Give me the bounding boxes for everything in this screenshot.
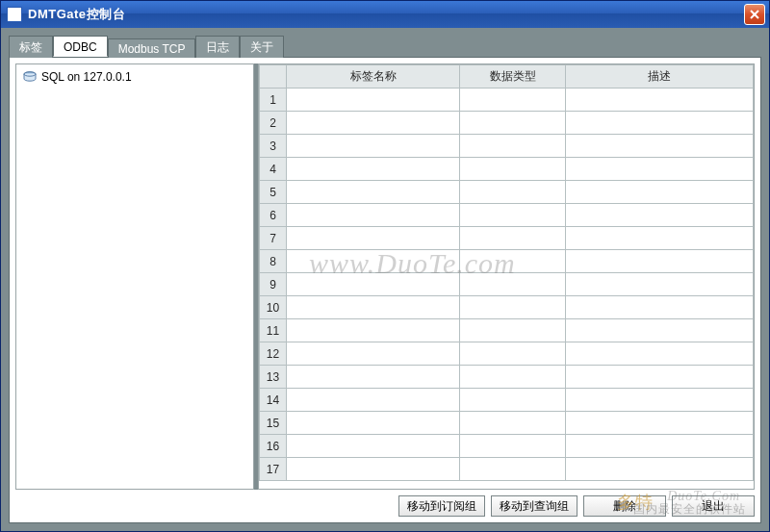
row-number[interactable]: 3 bbox=[260, 135, 287, 158]
cell[interactable] bbox=[566, 296, 754, 319]
cell[interactable] bbox=[287, 227, 460, 250]
row-number[interactable]: 14 bbox=[260, 389, 287, 412]
table-row[interactable]: 2 bbox=[260, 112, 754, 135]
cell[interactable] bbox=[287, 158, 460, 181]
cell[interactable] bbox=[460, 435, 566, 458]
row-number[interactable]: 7 bbox=[260, 227, 287, 250]
move-to-query-button[interactable]: 移动到查询组 bbox=[491, 495, 578, 517]
cell[interactable] bbox=[460, 296, 566, 319]
cell[interactable] bbox=[287, 112, 460, 135]
connection-tree[interactable]: SQL on 127.0.0.1 bbox=[15, 63, 254, 490]
row-number[interactable]: 2 bbox=[260, 112, 287, 135]
cell[interactable] bbox=[566, 250, 754, 273]
cell[interactable] bbox=[460, 112, 566, 135]
row-number[interactable]: 6 bbox=[260, 204, 287, 227]
cell[interactable] bbox=[566, 158, 754, 181]
cell[interactable] bbox=[287, 135, 460, 158]
cell[interactable] bbox=[566, 412, 754, 435]
cell[interactable] bbox=[566, 112, 754, 135]
table-row[interactable]: 3 bbox=[260, 135, 754, 158]
cell[interactable] bbox=[287, 273, 460, 296]
tab-odbc[interactable]: ODBC bbox=[53, 36, 108, 57]
col-header-name[interactable]: 标签名称 bbox=[287, 65, 460, 89]
tab-about[interactable]: 关于 bbox=[240, 36, 284, 58]
cell[interactable] bbox=[287, 366, 460, 389]
table-row[interactable]: 13 bbox=[260, 366, 754, 389]
table-row[interactable]: 6 bbox=[260, 204, 754, 227]
table-row[interactable]: 10 bbox=[260, 296, 754, 319]
cell[interactable] bbox=[460, 342, 566, 366]
cell[interactable] bbox=[287, 458, 460, 481]
table-row[interactable]: 1 bbox=[260, 89, 754, 112]
cell[interactable] bbox=[566, 273, 754, 296]
cell[interactable] bbox=[287, 412, 460, 435]
table-row[interactable]: 9 bbox=[260, 273, 754, 296]
row-number[interactable]: 10 bbox=[260, 296, 287, 319]
row-number[interactable]: 17 bbox=[260, 458, 287, 481]
cell[interactable] bbox=[460, 89, 566, 112]
cell[interactable] bbox=[287, 89, 460, 112]
cell[interactable] bbox=[566, 366, 754, 389]
cell[interactable] bbox=[287, 342, 460, 366]
col-header-desc[interactable]: 描述 bbox=[566, 65, 754, 89]
cell[interactable] bbox=[566, 342, 754, 366]
cell[interactable] bbox=[566, 458, 754, 481]
cell[interactable] bbox=[287, 296, 460, 319]
tag-grid[interactable]: 标签名称 数据类型 描述 1234567891011121314151617 bbox=[258, 63, 755, 490]
row-number[interactable]: 1 bbox=[260, 89, 287, 112]
table-row[interactable]: 12 bbox=[260, 342, 754, 366]
cell[interactable] bbox=[287, 389, 460, 412]
cell[interactable] bbox=[287, 250, 460, 273]
row-number[interactable]: 8 bbox=[260, 250, 287, 273]
cell[interactable] bbox=[566, 204, 754, 227]
table-row[interactable]: 7 bbox=[260, 227, 754, 250]
cell[interactable] bbox=[460, 366, 566, 389]
cell[interactable] bbox=[460, 412, 566, 435]
table-row[interactable]: 5 bbox=[260, 181, 754, 204]
exit-button[interactable]: 退出 bbox=[672, 495, 755, 517]
table-row[interactable]: 16 bbox=[260, 435, 754, 458]
table-row[interactable]: 14 bbox=[260, 389, 754, 412]
row-number[interactable]: 15 bbox=[260, 412, 287, 435]
cell[interactable] bbox=[566, 389, 754, 412]
cell[interactable] bbox=[460, 389, 566, 412]
tree-item[interactable]: SQL on 127.0.0.1 bbox=[20, 68, 249, 86]
row-number[interactable]: 9 bbox=[260, 273, 287, 296]
tab-tags[interactable]: 标签 bbox=[9, 36, 53, 58]
cell[interactable] bbox=[566, 319, 754, 342]
close-button[interactable] bbox=[744, 4, 765, 25]
cell[interactable] bbox=[460, 181, 566, 204]
delete-button[interactable]: 删除 bbox=[583, 495, 666, 517]
tab-log[interactable]: 日志 bbox=[195, 36, 240, 58]
cell[interactable] bbox=[287, 319, 460, 342]
table-row[interactable]: 8 bbox=[260, 250, 754, 273]
cell[interactable] bbox=[566, 181, 754, 204]
cell[interactable] bbox=[460, 319, 566, 342]
cell[interactable] bbox=[287, 435, 460, 458]
row-number[interactable]: 12 bbox=[260, 342, 287, 366]
table-row[interactable]: 17 bbox=[260, 458, 754, 481]
tab-modbus[interactable]: Modbus TCP bbox=[108, 38, 196, 58]
cell[interactable] bbox=[460, 158, 566, 181]
cell[interactable] bbox=[287, 204, 460, 227]
cell[interactable] bbox=[460, 204, 566, 227]
cell[interactable] bbox=[566, 135, 754, 158]
col-header-rownum[interactable] bbox=[260, 65, 287, 89]
cell[interactable] bbox=[566, 89, 754, 112]
cell[interactable] bbox=[287, 181, 460, 204]
table-row[interactable]: 4 bbox=[260, 158, 754, 181]
cell[interactable] bbox=[460, 273, 566, 296]
row-number[interactable]: 5 bbox=[260, 181, 287, 204]
move-to-subscribe-button[interactable]: 移动到订阅组 bbox=[398, 495, 485, 517]
cell[interactable] bbox=[566, 227, 754, 250]
row-number[interactable]: 16 bbox=[260, 435, 287, 458]
cell[interactable] bbox=[460, 458, 566, 481]
row-number[interactable]: 11 bbox=[260, 319, 287, 342]
cell[interactable] bbox=[460, 135, 566, 158]
cell[interactable] bbox=[566, 435, 754, 458]
table-row[interactable]: 11 bbox=[260, 319, 754, 342]
cell[interactable] bbox=[460, 227, 566, 250]
table-row[interactable]: 15 bbox=[260, 412, 754, 435]
row-number[interactable]: 4 bbox=[260, 158, 287, 181]
row-number[interactable]: 13 bbox=[260, 366, 287, 389]
